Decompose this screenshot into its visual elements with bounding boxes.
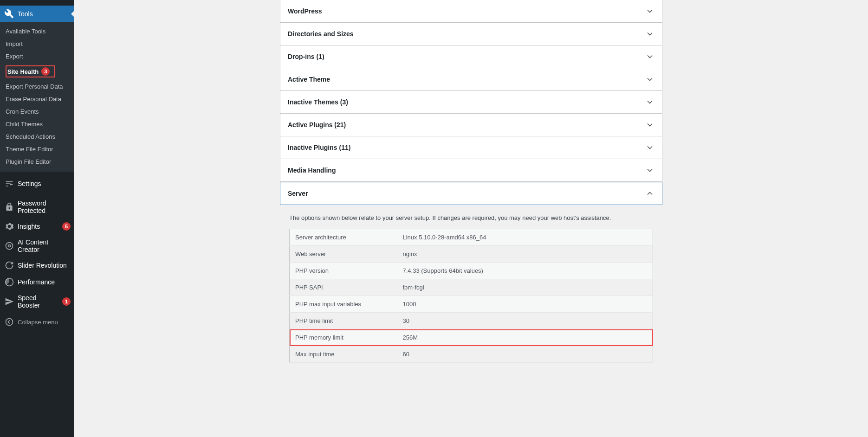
accordion-active-plugins[interactable]: Active Plugins (21) — [280, 114, 662, 136]
submenu-import[interactable]: Import — [0, 38, 74, 50]
chevron-down-icon — [645, 29, 654, 39]
chevron-down-icon — [645, 120, 654, 129]
accordion-inactive-themes[interactable]: Inactive Themes (3) — [280, 91, 662, 114]
badge-count: 3 — [41, 67, 50, 76]
table-row: PHP max input variables1000 — [290, 296, 653, 313]
info-label: Server architecture — [290, 229, 397, 246]
info-value: 60 — [397, 346, 653, 363]
target-icon — [5, 241, 14, 251]
submenu-child-themes[interactable]: Child Themes — [0, 118, 74, 130]
info-label: PHP memory limit — [290, 329, 397, 346]
gear-icon — [5, 222, 14, 231]
accordion-wordpress[interactable]: WordPress — [280, 0, 662, 23]
submenu-cron-events[interactable]: Cron Events — [0, 105, 74, 118]
info-label: PHP time limit — [290, 313, 397, 329]
info-value: nginx — [397, 246, 653, 263]
lock-icon — [5, 202, 14, 212]
submenu-export-personal-data[interactable]: Export Personal Data — [0, 80, 74, 93]
info-value: 30 — [397, 313, 653, 329]
table-row: PHP time limit30 — [290, 313, 653, 329]
info-label: PHP SAPI — [290, 279, 397, 296]
accordion-active-theme[interactable]: Active Theme — [280, 68, 662, 91]
sidebar-item-label: Tools — [18, 10, 71, 18]
accordion-title: Inactive Themes (3) — [288, 98, 348, 106]
submenu-available-tools[interactable]: Available Tools — [0, 25, 74, 38]
sidebar-item-label: Insights — [18, 223, 60, 230]
info-value: 7.4.33 (Supports 64bit values) — [397, 263, 653, 279]
sidebar-item-insights[interactable]: Insights 5 — [0, 218, 74, 235]
accordion-title: Drop-ins (1) — [288, 53, 324, 60]
sidebar-item-performance[interactable]: Performance — [0, 274, 74, 290]
info-label: Web server — [290, 246, 397, 263]
sidebar-item-label: Site Health — [7, 68, 39, 75]
chevron-down-icon — [645, 52, 654, 61]
chevron-up-icon — [645, 189, 654, 198]
performance-icon — [5, 277, 14, 287]
refresh-icon — [5, 261, 14, 270]
accordion-server-body: The options shown below relate to your s… — [280, 205, 662, 374]
accordion-title: Inactive Plugins (11) — [288, 144, 350, 151]
sidebar-item-label: Settings — [18, 180, 71, 187]
tools-submenu: Available Tools Import Export Site Healt… — [0, 22, 74, 172]
annotation-highlight: Site Health 3 — [6, 65, 55, 77]
sidebar-item-label: Slider Revolution — [18, 262, 71, 269]
accordion-server-header[interactable]: Server — [280, 182, 662, 205]
sliders-icon — [5, 179, 14, 188]
submenu-erase-personal-data[interactable]: Erase Personal Data — [0, 93, 74, 105]
table-row: Server architectureLinux 5.10.0-28-amd64… — [290, 229, 653, 246]
badge-count: 1 — [62, 297, 71, 306]
submenu-plugin-file-editor[interactable]: Plugin File Editor — [0, 155, 74, 168]
accordion-server: Server — [280, 182, 662, 205]
table-row: Web servernginx — [290, 246, 653, 263]
submenu-scheduled-actions[interactable]: Scheduled Actions — [0, 130, 74, 143]
accordion-title: Directories and Sizes — [288, 30, 354, 38]
wrench-icon — [5, 9, 14, 19]
table-row: PHP version7.4.33 (Supports 64bit values… — [290, 263, 653, 279]
chevron-down-icon — [645, 143, 654, 152]
sidebar-item-ai-content-creator[interactable]: AI Content Creator — [0, 235, 74, 257]
sidebar-item-speed-booster[interactable]: Speed Booster 1 — [0, 290, 74, 313]
info-value: fpm-fcgi — [397, 279, 653, 296]
info-label: PHP version — [290, 263, 397, 279]
accordion-title: Active Plugins (21) — [288, 121, 346, 129]
accordion-inactive-plugins[interactable]: Inactive Plugins (11) — [280, 136, 662, 159]
accordion-directories-sizes[interactable]: Directories and Sizes — [280, 23, 662, 45]
chevron-down-icon — [645, 6, 654, 16]
submenu-export[interactable]: Export — [0, 50, 74, 63]
sidebar-item-slider-revolution[interactable]: Slider Revolution — [0, 257, 74, 274]
collapse-menu-label: Collapse menu — [18, 319, 58, 326]
sidebar-item-password-protected[interactable]: Password Protected — [0, 196, 74, 218]
table-row-php-memory-limit: PHP memory limit256M — [290, 329, 653, 346]
submenu-theme-file-editor[interactable]: Theme File Editor — [0, 143, 74, 155]
info-value: 1000 — [397, 296, 653, 313]
svg-point-0 — [6, 243, 13, 250]
svg-point-1 — [8, 245, 11, 247]
site-health-info-panel: WordPress Directories and Sizes Drop-ins… — [280, 0, 662, 374]
accordion-drop-ins[interactable]: Drop-ins (1) — [280, 45, 662, 68]
collapse-icon — [5, 317, 14, 327]
sidebar-item-tools[interactable]: Tools — [0, 6, 74, 22]
submenu-site-health[interactable]: Site Health 3 — [0, 63, 74, 80]
badge-count: 5 — [62, 222, 71, 231]
chevron-down-icon — [645, 97, 654, 107]
chevron-down-icon — [645, 166, 654, 175]
server-info-table: Server architectureLinux 5.10.0-28-amd64… — [289, 229, 653, 363]
table-row: PHP SAPIfpm-fcgi — [290, 279, 653, 296]
accordion-title: Active Theme — [288, 76, 330, 83]
sidebar-item-settings[interactable]: Settings — [0, 175, 74, 192]
collapse-menu-button[interactable]: Collapse menu — [0, 313, 74, 331]
main-content: WordPress Directories and Sizes Drop-ins… — [74, 0, 868, 437]
accordion-title: Media Handling — [288, 167, 336, 174]
info-label: PHP max input variables — [290, 296, 397, 313]
svg-point-3 — [6, 319, 13, 326]
info-value: 256M — [397, 329, 653, 346]
sidebar-item-label: Performance — [18, 278, 71, 286]
sidebar-item-label: Speed Booster — [18, 294, 60, 309]
sidebar-item-label: AI Content Creator — [18, 238, 71, 253]
accordion-title: Server — [288, 190, 308, 197]
accordion-media-handling[interactable]: Media Handling — [280, 159, 662, 182]
server-description: The options shown below relate to your s… — [280, 214, 662, 229]
chevron-down-icon — [645, 75, 654, 84]
admin-sidebar: Tools Available Tools Import Export Site… — [0, 0, 74, 437]
accordion-title: WordPress — [288, 7, 322, 15]
